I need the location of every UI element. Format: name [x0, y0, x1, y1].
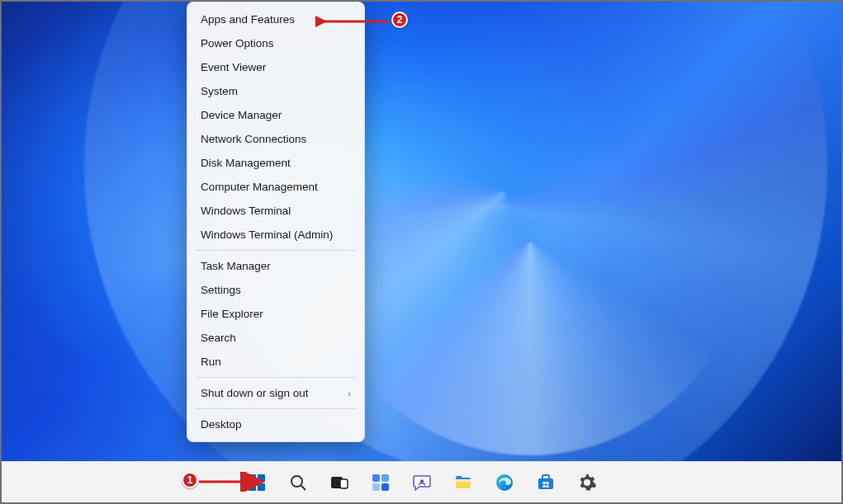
menu-item-windows-terminal-admin[interactable]: Windows Terminal (Admin): [187, 223, 364, 247]
menu-item-label: Settings: [201, 284, 241, 296]
menu-item-label: System: [201, 85, 238, 97]
svg-rect-19: [546, 482, 548, 484]
svg-point-4: [291, 476, 302, 487]
menu-item-run[interactable]: Run: [187, 350, 364, 374]
menu-item-label: File Explorer: [201, 308, 263, 320]
explorer-icon: [453, 473, 473, 492]
menu-separator: [196, 377, 356, 378]
menu-item-windows-terminal[interactable]: Windows Terminal: [187, 199, 364, 223]
chat-icon: [412, 473, 432, 492]
svg-rect-14: [456, 479, 471, 482]
menu-item-label: Power Options: [201, 37, 274, 49]
taskview-icon: [329, 473, 349, 492]
chevron-right-icon: ›: [348, 389, 351, 398]
edge-icon: [495, 473, 514, 492]
menu-item-label: Shut down or sign out: [201, 387, 309, 399]
search-icon: [288, 473, 308, 492]
menu-item-label: Computer Management: [201, 181, 318, 193]
menu-item-settings[interactable]: Settings: [187, 278, 364, 302]
edge-button[interactable]: [488, 466, 521, 499]
menu-item-label: Desktop: [201, 418, 242, 431]
search-button[interactable]: [282, 466, 315, 499]
menu-item-label: Event Viewer: [201, 61, 266, 73]
menu-item-label: Search: [201, 332, 236, 344]
task-view-button[interactable]: [323, 466, 356, 499]
menu-item-power-options[interactable]: Power Options: [187, 31, 364, 55]
annotation-arrow-1: [196, 472, 270, 492]
svg-rect-11: [381, 483, 389, 491]
menu-item-label: Device Manager: [201, 109, 282, 121]
svg-rect-21: [546, 485, 548, 488]
menu-item-label: Apps and Features: [201, 13, 295, 26]
menu-item-search[interactable]: Search: [187, 326, 364, 350]
svg-rect-17: [542, 475, 549, 479]
menu-separator: [196, 408, 356, 409]
menu-item-shut-down-or-sign-out[interactable]: Shut down or sign out›: [187, 381, 364, 405]
menu-item-label: Task Manager: [201, 260, 271, 272]
menu-item-label: Disk Management: [201, 157, 291, 169]
svg-rect-7: [340, 479, 348, 488]
svg-line-5: [301, 485, 305, 490]
menu-item-system[interactable]: System: [187, 79, 364, 103]
gear-icon: [577, 473, 597, 492]
chat-button[interactable]: [405, 466, 438, 499]
store-button[interactable]: [529, 466, 562, 499]
menu-item-label: Windows Terminal: [201, 205, 291, 217]
svg-rect-20: [542, 485, 545, 488]
menu-item-disk-management[interactable]: Disk Management: [187, 151, 364, 175]
settings-button[interactable]: [571, 466, 604, 499]
desktop-wallpaper: [2, 2, 841, 461]
menu-item-network-connections[interactable]: Network Connections: [187, 127, 364, 151]
menu-item-computer-management[interactable]: Computer Management: [187, 175, 364, 199]
store-icon: [536, 473, 556, 492]
menu-item-label: Network Connections: [201, 133, 306, 145]
menu-item-device-manager[interactable]: Device Manager: [187, 103, 364, 127]
widgets-button[interactable]: [364, 466, 397, 499]
svg-rect-8: [372, 474, 380, 482]
menu-separator: [196, 250, 356, 251]
menu-item-desktop[interactable]: Desktop: [187, 412, 364, 436]
svg-rect-18: [542, 482, 545, 484]
winx-context-menu[interactable]: Apps and FeaturesPower OptionsEvent View…: [187, 2, 365, 442]
annotation-badge-1: 1: [182, 472, 198, 488]
menu-item-file-explorer[interactable]: File Explorer: [187, 302, 364, 326]
svg-rect-9: [381, 474, 389, 482]
taskbar: [2, 461, 841, 502]
file-explorer-button[interactable]: [447, 466, 480, 499]
widgets-icon: [371, 473, 391, 492]
menu-item-label: Run: [201, 356, 221, 368]
annotation-badge-2: 2: [391, 12, 408, 28]
menu-item-label: Windows Terminal (Admin): [201, 228, 333, 241]
svg-rect-10: [372, 483, 380, 491]
menu-item-event-viewer[interactable]: Event Viewer: [187, 55, 364, 79]
menu-item-task-manager[interactable]: Task Manager: [187, 254, 364, 278]
